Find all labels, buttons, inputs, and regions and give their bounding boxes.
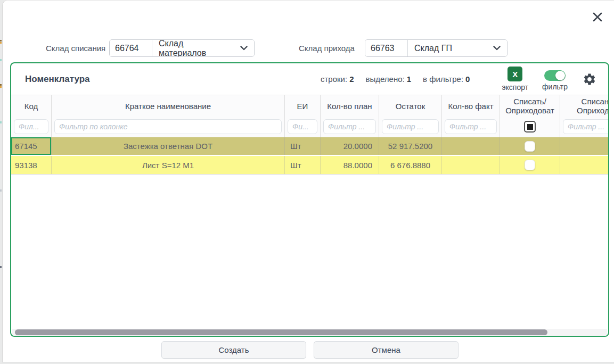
table-filter-row xyxy=(11,117,608,137)
cell-unit[interactable]: Шт xyxy=(285,156,321,174)
cell-unit[interactable]: Шт xyxy=(285,137,321,155)
excel-icon: X xyxy=(507,67,522,81)
toggle-on-icon xyxy=(544,70,566,81)
column-header-write-off[interactable]: Списать/ Оприходоват xyxy=(500,95,560,117)
create-button[interactable]: Создать xyxy=(161,341,306,359)
column-header-code[interactable]: Код xyxy=(11,95,52,117)
filter-input-name[interactable] xyxy=(54,119,282,134)
writeoff-warehouse-selected: Склад материалов xyxy=(159,39,233,57)
cell-written-off[interactable] xyxy=(560,137,608,155)
settings-button[interactable] xyxy=(583,72,596,86)
horizontal-scrollbar[interactable] xyxy=(12,329,607,336)
cell-code[interactable]: 93138 xyxy=(11,156,52,174)
column-header-unit[interactable]: ЕИ xyxy=(285,95,321,117)
scrollbar-thumb[interactable] xyxy=(15,329,547,335)
filter-input-qty-plan[interactable] xyxy=(323,119,376,134)
write-off-checkbox[interactable] xyxy=(525,160,535,170)
nomenclature-panel: Номенклатура строки:2 выделено:1 в фильт… xyxy=(10,62,609,337)
dialog-window: Склад списания Склад материалов Склад пр… xyxy=(2,0,614,362)
writeoff-warehouse-group: Склад материалов xyxy=(109,39,255,57)
cell-balance[interactable]: 52 917.5200 xyxy=(379,137,442,155)
stat-filtered-label: в фильтре: xyxy=(423,75,463,84)
cell-qty-fact[interactable] xyxy=(442,156,500,174)
column-header-name[interactable]: Краткое наименование xyxy=(52,95,285,117)
filter-input-qty-fact[interactable] xyxy=(445,119,497,134)
writeoff-warehouse-label: Склад списания xyxy=(46,44,105,53)
filter-input-balance[interactable] xyxy=(382,119,439,134)
cell-balance[interactable]: 6 676.8880 xyxy=(379,156,442,174)
receipt-warehouse-code-input[interactable] xyxy=(365,40,408,56)
column-header-balance[interactable]: Остаток xyxy=(379,95,442,117)
table-header-row: Код Краткое наименование ЕИ Кол-во план … xyxy=(11,95,608,117)
write-off-checkbox[interactable] xyxy=(525,141,535,152)
panel-title: Номенклатура xyxy=(25,74,90,85)
writeoff-warehouse-code-input[interactable] xyxy=(110,40,152,56)
table-stats: строки:2 выделено:1 в фильтре:0 xyxy=(309,75,470,84)
checkbox-indeterminate-mark xyxy=(527,124,533,130)
close-icon[interactable] xyxy=(591,10,604,24)
stat-selected-label: выделено: xyxy=(365,75,404,84)
gear-icon xyxy=(583,72,596,86)
cell-name[interactable]: Застежка ответная DOT xyxy=(52,137,285,155)
export-label: экспорт xyxy=(502,83,528,92)
receipt-warehouse-group: Склад ГП xyxy=(365,39,507,57)
export-button[interactable]: X экспорт xyxy=(502,67,528,92)
cell-written-off[interactable] xyxy=(560,156,608,174)
cancel-button[interactable]: Отмена xyxy=(314,341,459,359)
filter-toggle-label: фильтр xyxy=(542,82,568,91)
filter-input-written-off[interactable] xyxy=(563,119,608,134)
filter-input-unit[interactable] xyxy=(288,119,317,134)
receipt-warehouse-selected: Склад ГП xyxy=(414,44,452,53)
table-row[interactable]: 93138 Лист S=12 М1 Шт 88.0000 6 676.8880 xyxy=(11,156,608,175)
select-all-checkbox[interactable] xyxy=(524,121,536,133)
filter-input-code[interactable] xyxy=(14,119,48,134)
nomenclature-table: Код Краткое наименование ЕИ Кол-во план … xyxy=(11,95,608,175)
stat-filtered-value: 0 xyxy=(465,75,470,84)
warehouse-controls: Склад списания Склад материалов Склад пр… xyxy=(3,39,614,57)
cell-code[interactable]: 67145 xyxy=(11,137,52,155)
cell-name[interactable]: Лист S=12 М1 xyxy=(52,156,285,174)
receipt-warehouse-label: Склад прихода xyxy=(299,44,355,53)
column-header-written-off[interactable]: Списано Оприходов xyxy=(560,95,608,117)
writeoff-warehouse-select[interactable]: Склад материалов xyxy=(152,40,254,56)
table-row[interactable]: 67145 Застежка ответная DOT Шт 20.0000 5… xyxy=(11,137,608,156)
panel-header: Номенклатура строки:2 выделено:1 в фильт… xyxy=(11,63,608,95)
filter-toggle[interactable]: фильтр xyxy=(542,68,568,91)
receipt-warehouse-select[interactable]: Склад ГП xyxy=(408,40,507,56)
column-header-qty-plan[interactable]: Кол-во план xyxy=(321,95,379,117)
cell-qty-fact[interactable] xyxy=(442,137,500,155)
stat-rows-value: 2 xyxy=(349,75,354,84)
stat-selected-value: 1 xyxy=(407,75,411,84)
cell-qty-plan[interactable]: 88.0000 xyxy=(321,156,379,174)
stat-rows-label: строки: xyxy=(321,75,347,84)
column-header-qty-fact[interactable]: Кол-во факт xyxy=(442,95,500,117)
chevron-down-icon xyxy=(493,46,501,51)
chevron-down-icon xyxy=(240,46,248,51)
cell-qty-plan[interactable]: 20.0000 xyxy=(321,137,379,155)
